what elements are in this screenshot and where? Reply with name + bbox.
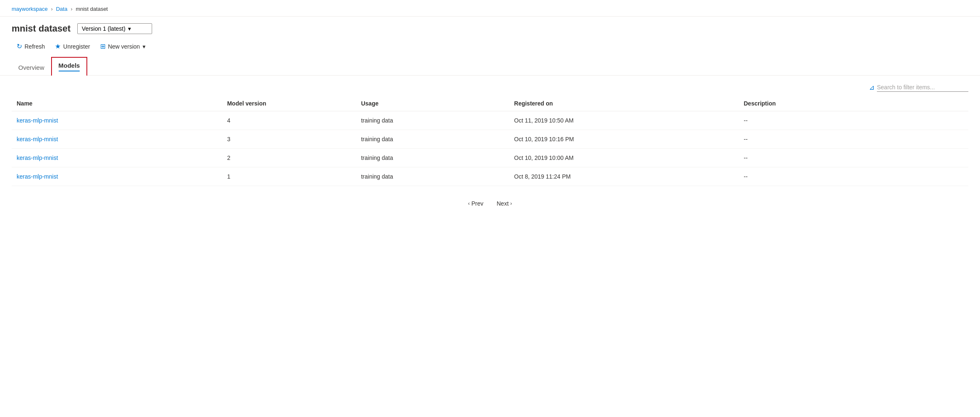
cell-description-1: -- [739, 130, 968, 149]
cell-usage-0: training data [356, 111, 509, 130]
tabs-bar: Overview Models [0, 57, 980, 76]
version-label: Version 1 (latest) [82, 25, 126, 32]
table-header-row: Name Model version Usage Registered on D… [12, 96, 968, 111]
tab-models-label: Models [59, 62, 80, 69]
cell-name-1: keras-mlp-mnist [12, 130, 222, 149]
next-chevron-icon: › [510, 201, 512, 206]
next-button[interactable]: Next › [492, 198, 517, 209]
breadcrumb: mayworkspace › Data › mnist dataset [0, 0, 980, 17]
new-version-button[interactable]: ⊞ New version ▾ [95, 40, 150, 53]
prev-chevron-icon: ‹ [468, 201, 470, 206]
model-link-0[interactable]: keras-mlp-mnist [17, 117, 58, 124]
new-version-label: New version [108, 43, 140, 50]
table-row: keras-mlp-mnist 1 training data Oct 8, 2… [12, 167, 968, 186]
cell-registered-3: Oct 8, 2019 11:24 PM [509, 167, 739, 186]
cell-name-2: keras-mlp-mnist [12, 149, 222, 167]
model-link-3[interactable]: keras-mlp-mnist [17, 173, 58, 180]
breadcrumb-current: mnist dataset [76, 6, 108, 12]
tab-overview-label: Overview [18, 64, 44, 71]
col-header-description: Description [739, 96, 968, 111]
header: mnist dataset Version 1 (latest) ▾ ↻ Ref… [0, 17, 980, 57]
cell-version-0: 4 [222, 111, 356, 130]
cell-description-3: -- [739, 167, 968, 186]
cell-description-2: -- [739, 149, 968, 167]
cell-registered-0: Oct 11, 2019 10:50 AM [509, 111, 739, 130]
cell-version-1: 3 [222, 130, 356, 149]
models-table: Name Model version Usage Registered on D… [12, 96, 968, 186]
cell-usage-1: training data [356, 130, 509, 149]
refresh-icon: ↻ [17, 42, 22, 50]
breadcrumb-sep1: › [51, 6, 53, 12]
table-row: keras-mlp-mnist 4 training data Oct 11, … [12, 111, 968, 130]
version-dropdown[interactable]: Version 1 (latest) ▾ [77, 23, 152, 34]
col-header-version: Model version [222, 96, 356, 111]
cell-registered-1: Oct 10, 2019 10:16 PM [509, 130, 739, 149]
star-icon: ★ [55, 42, 61, 50]
breadcrumb-workspace[interactable]: mayworkspace [12, 6, 48, 12]
cell-name-0: keras-mlp-mnist [12, 111, 222, 130]
cell-version-2: 2 [222, 149, 356, 167]
cell-name-3: keras-mlp-mnist [12, 167, 222, 186]
tab-overview[interactable]: Overview [12, 60, 51, 75]
model-link-1[interactable]: keras-mlp-mnist [17, 136, 58, 142]
unregister-button[interactable]: ★ Unregister [50, 40, 95, 53]
col-header-name: Name [12, 96, 222, 111]
col-header-usage: Usage [356, 96, 509, 111]
table-row: keras-mlp-mnist 2 training data Oct 10, … [12, 149, 968, 167]
breadcrumb-data[interactable]: Data [56, 6, 67, 12]
filter-icon: ⊿ [869, 83, 874, 91]
model-link-2[interactable]: keras-mlp-mnist [17, 155, 58, 161]
chevron-down-icon: ▾ [128, 25, 131, 32]
refresh-button[interactable]: ↻ Refresh [12, 40, 50, 53]
col-header-registered: Registered on [509, 96, 739, 111]
new-version-chevron-icon: ▾ [143, 43, 145, 50]
tab-models[interactable]: Models [51, 57, 88, 76]
cell-version-3: 1 [222, 167, 356, 186]
table-wrap: Name Model version Usage Registered on D… [0, 96, 980, 186]
pagination: ‹ Prev Next › [0, 186, 980, 218]
refresh-label: Refresh [25, 43, 45, 50]
unregister-label: Unregister [63, 43, 90, 50]
filter-input[interactable] [877, 83, 968, 92]
cell-registered-2: Oct 10, 2019 10:00 AM [509, 149, 739, 167]
new-version-icon: ⊞ [100, 42, 106, 50]
toolbar: ↻ Refresh ★ Unregister ⊞ New version ▾ [12, 40, 968, 57]
cell-description-0: -- [739, 111, 968, 130]
prev-label: Prev [471, 200, 483, 207]
filter-bar: ⊿ [0, 76, 980, 96]
prev-button[interactable]: ‹ Prev [463, 198, 488, 209]
breadcrumb-sep2: › [71, 6, 72, 12]
table-row: keras-mlp-mnist 3 training data Oct 10, … [12, 130, 968, 149]
cell-usage-2: training data [356, 149, 509, 167]
page-title: mnist dataset [12, 23, 71, 34]
next-label: Next [497, 200, 509, 207]
cell-usage-3: training data [356, 167, 509, 186]
